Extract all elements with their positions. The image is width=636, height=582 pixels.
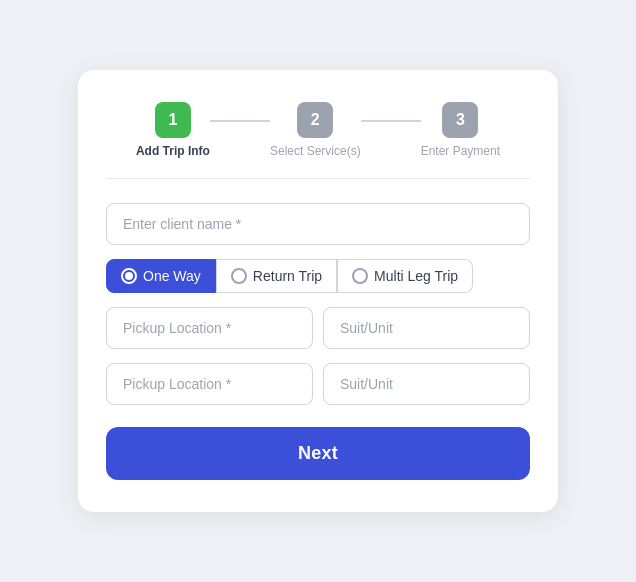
connector-1 <box>210 102 270 122</box>
step-1-label: Add Trip Info <box>136 144 210 158</box>
radio-return <box>231 268 247 284</box>
trip-type-multi-leg-label: Multi Leg Trip <box>374 268 458 284</box>
step-1: 1 Add Trip Info <box>136 102 210 158</box>
connector-2 <box>361 102 421 122</box>
step-1-circle: 1 <box>155 102 191 138</box>
trip-type-return-label: Return Trip <box>253 268 322 284</box>
trip-type-group: One Way Return Trip Multi Leg Trip <box>106 259 530 293</box>
pickup-row-1 <box>106 307 530 349</box>
step-2-label: Select Service(s) <box>270 144 361 158</box>
trip-type-return[interactable]: Return Trip <box>216 259 337 293</box>
radio-multi-leg <box>352 268 368 284</box>
trip-type-one-way[interactable]: One Way <box>106 259 216 293</box>
radio-one-way <box>121 268 137 284</box>
pickup-location-2-input[interactable] <box>106 363 313 405</box>
booking-card: 1 Add Trip Info 2 Select Service(s) 3 En… <box>78 70 558 512</box>
pickup-location-1-input[interactable] <box>106 307 313 349</box>
section-divider <box>106 178 530 179</box>
step-2: 2 Select Service(s) <box>270 102 361 158</box>
trip-type-one-way-label: One Way <box>143 268 201 284</box>
stepper: 1 Add Trip Info 2 Select Service(s) 3 En… <box>106 102 530 158</box>
connector-line-1 <box>210 120 270 122</box>
client-name-input[interactable] <box>106 203 530 245</box>
step-3: 3 Enter Payment <box>421 102 500 158</box>
pickup-row-2 <box>106 363 530 405</box>
step-3-label: Enter Payment <box>421 144 500 158</box>
trip-form: One Way Return Trip Multi Leg Trip Next <box>106 203 530 480</box>
step-3-circle: 3 <box>442 102 478 138</box>
next-button[interactable]: Next <box>106 427 530 480</box>
connector-line-2 <box>361 120 421 122</box>
suit-unit-2-input[interactable] <box>323 363 530 405</box>
trip-type-multi-leg[interactable]: Multi Leg Trip <box>337 259 473 293</box>
step-2-circle: 2 <box>297 102 333 138</box>
suit-unit-1-input[interactable] <box>323 307 530 349</box>
